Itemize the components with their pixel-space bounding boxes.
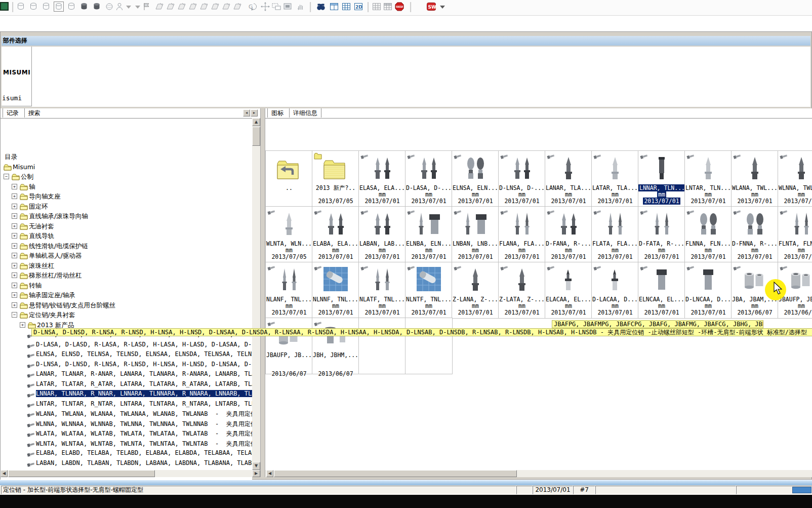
grid-item-part[interactable]: LNTAR, TLN...mm2013/07/01 xyxy=(685,151,732,207)
grid-item-part[interactable]: NLATF, TNL...mm2013/07/01 xyxy=(359,262,405,318)
grid-item-part[interactable]: JBA, JBAM,...mm2013/06/07 xyxy=(732,262,778,318)
grid-item-part[interactable]: D-FNNA, R-...mm2013/07/01 xyxy=(732,207,778,262)
solidworks-icon[interactable]: SW xyxy=(426,2,437,13)
tree-item-part[interactable]: LNNAR, TLNNAR, R_NNAR, LNNARA, TLNNARA, … xyxy=(1,389,252,398)
tree-scroll-down-button[interactable]: ▼ xyxy=(252,462,260,470)
tree-item-folder[interactable]: +梯形丝杠/滑动丝杠 xyxy=(1,271,252,280)
tree-item-part[interactable]: LNTAR, TLNTAR, R_NTAR, LNTARA, TLNTARA, … xyxy=(1,400,252,408)
tree-item-part[interactable]: D-LNSA, D-LNSD, R-LNSA, R-LNSD, H-LNSA, … xyxy=(1,360,252,369)
tree-item-folder[interactable]: +直线导轨 xyxy=(1,231,252,240)
tab-search[interactable]: 搜索 xyxy=(24,108,44,118)
tree-item-part[interactable]: WLANA, TWLANA, WLANAA, TWLANAA, WLANAB, … xyxy=(1,409,252,418)
app-icon[interactable] xyxy=(0,2,11,13)
tree-item-folder[interactable]: Misumi xyxy=(1,163,252,171)
tree-item-part[interactable]: LATAR, TLATAR, R_ATAR, LATARA, TLATARA, … xyxy=(1,380,252,388)
tree-expand-toggle[interactable]: − xyxy=(4,174,9,179)
grid-item-part[interactable]: NLNTF, TNL...mm2013/07/01 xyxy=(405,262,452,318)
window-titlebar[interactable]: 部件选择 xyxy=(2,36,810,46)
grid-item-part[interactable]: D-LACAA, D...mm2013/07/01 xyxy=(592,262,638,318)
grid-view-icon[interactable] xyxy=(341,2,352,13)
tree-item-folder[interactable]: +滚珠丝杠 xyxy=(1,261,252,270)
tree-expand-toggle[interactable]: + xyxy=(20,322,25,328)
tab-details[interactable]: 详细信息 xyxy=(289,108,321,118)
grid-item-part[interactable]: LABAN, LAB...mm2013/07/01 xyxy=(359,207,405,262)
tab-scroll-left-button[interactable]: ◂ xyxy=(243,109,250,116)
tree-expand-toggle[interactable]: + xyxy=(12,272,17,278)
grid-item-part[interactable]: D-FATA, R-...mm2013/07/01 xyxy=(638,207,685,262)
tree-scroll-right-button[interactable]: ▶ xyxy=(252,470,260,477)
grid-item-part[interactable]: JBAUFP, JB...2013/06/07 xyxy=(266,318,312,374)
tree-expand-toggle[interactable]: + xyxy=(12,302,17,308)
tree-item-part[interactable]: D-LASA, D-LASD, R-LASA, R-LASD, H-LASA, … xyxy=(1,340,252,349)
window-layout-icon[interactable] xyxy=(329,2,340,13)
grid-item-part[interactable]: LATAR, TLA...mm2013/07/01 xyxy=(592,151,638,207)
grid-item-part[interactable]: WLNTA, WLN...mm2013/07/05 xyxy=(266,207,312,262)
grid-item-part[interactable]: NLANF, TNL...mm2013/07/01 xyxy=(266,262,312,318)
grid-item-part[interactable]: D-LNSA, D-...mm2013/07/01 xyxy=(499,151,545,207)
tree-expand-toggle[interactable]: + xyxy=(12,263,17,268)
tree-expand-toggle[interactable]: − xyxy=(12,312,17,318)
grid-item-part[interactable]: FLATA, FLA...mm2013/07/01 xyxy=(592,207,638,262)
tree-scroll-up-button[interactable]: ▲ xyxy=(252,118,260,126)
grid-item-part[interactable]: WLANA, TWL...mm2013/07/01 xyxy=(732,151,778,207)
grid-item-part[interactable]: LNBAN, LNB...mm2013/07/01 xyxy=(452,207,499,262)
tree-scroll-left-button[interactable]: ◀ xyxy=(1,470,8,477)
tree-item-part[interactable]: ELABA, ELABD, TELABA, TELABD, ELABAA, EL… xyxy=(1,449,252,457)
grid-item-parent-folder[interactable]: .. xyxy=(266,151,312,207)
grid-item-part[interactable]: D-LNCAA, D...mm2013/07/01 xyxy=(685,262,732,318)
tree-item-folder[interactable]: +固定环 xyxy=(1,202,252,211)
grid-item-part[interactable]: ELNCAA, EL...mm2013/07/01 xyxy=(638,262,685,318)
tree-item-folder[interactable]: −定位销/夹具衬套 xyxy=(1,310,252,319)
grid-item-part[interactable]: ELACAA, EL...mm2013/07/01 xyxy=(545,262,592,318)
tree-item-folder[interactable]: −公制 xyxy=(1,172,252,181)
tree-expand-toggle[interactable]: + xyxy=(12,253,17,258)
grid-item-folder[interactable]: 2013 新产?..2013/07/05 xyxy=(312,151,359,207)
search-binoculars-icon[interactable] xyxy=(316,2,327,13)
tree-vscroll-thumb[interactable] xyxy=(252,127,260,146)
grid-item-part[interactable]: ELNBA, ELN...mm2013/07/01 xyxy=(405,207,452,262)
grid-item-part[interactable]: ELNSA, ELN...mm2013/07/01 xyxy=(452,151,499,207)
tree-item-part[interactable]: WLATA, WLATAA, WLATAB, TWLATA, TWLATAA, … xyxy=(1,429,252,438)
tree-item-part[interactable]: WLNTA, WLNTAA, WLNTAB, TWLNTA, TWLNTAA, … xyxy=(1,439,252,448)
tree-item-folder[interactable]: +导向轴支座 xyxy=(1,192,252,201)
tree-item-part[interactable]: LABAN, LABDN, TLABAN, TLABDN, LABANA, LA… xyxy=(1,459,252,467)
tree-expand-toggle[interactable]: + xyxy=(12,223,17,229)
grid-scroll-left-button[interactable]: ◀ xyxy=(266,470,273,477)
grid-item-part[interactable]: FLNTA, FLN...mm2013/07/01 xyxy=(778,207,812,262)
tree-item-folder[interactable]: +无油衬套 xyxy=(1,222,252,230)
tree-expand-toggle[interactable]: + xyxy=(12,283,17,288)
grid-item-part[interactable]: LANAR, TLA...mm2013/07/01 xyxy=(545,151,592,207)
tree-item-folder[interactable]: +转轴 xyxy=(1,281,252,290)
tree-expand-toggle[interactable]: + xyxy=(12,233,17,239)
grid-item-part[interactable]: ELASA, ELA...mm2013/07/01 xyxy=(359,151,405,207)
tree-expand-toggle[interactable]: + xyxy=(12,243,17,249)
tree-item-folder[interactable]: +线性滑轨/电缆保护链 xyxy=(1,242,252,250)
grid-item-part[interactable]: WLNNA, TWL...mm2013/07/01 xyxy=(778,151,812,207)
grid-item-part[interactable]: ELABA, ELA...mm2013/07/01 xyxy=(312,207,359,262)
grid-item-part[interactable]: D-LASA, D-...mm2013/07/01 xyxy=(405,151,452,207)
grid-item-part[interactable]: FLANA, FLA...mm2013/07/01 xyxy=(499,207,545,262)
grid-item-part[interactable]: NLNNF, TNL...mm2013/07/01 xyxy=(312,262,359,318)
tree-expand-toggle[interactable]: + xyxy=(12,204,17,209)
grid-item-part[interactable]: Z-LANA, Z-...mm2013/07/01 xyxy=(452,262,499,318)
tree-item-part[interactable]: LANAR, TLANAR, R-ANAR, LANARA, TLANARA, … xyxy=(1,370,252,378)
tab-scroll-right-button[interactable]: ▸ xyxy=(251,109,258,116)
tree-item-part[interactable]: ELNSA, ELNSD, TELNSA, TELNSD, ELNSAA, EL… xyxy=(1,350,252,359)
stop-icon[interactable]: STOP xyxy=(394,2,405,13)
grid-item-part[interactable]: JBAUFP, JB...mm2013/06/07 xyxy=(778,262,812,318)
panel-splitter[interactable] xyxy=(260,108,265,477)
tree-expand-toggle[interactable]: + xyxy=(12,184,17,189)
tree-expand-toggle[interactable]: + xyxy=(12,213,17,219)
grid-item-part[interactable]: Z-LATA, Z-...mm2013/07/01 xyxy=(499,262,545,318)
tree-item-folder[interactable]: +轴 xyxy=(1,182,252,191)
tree-item-folder[interactable]: +轴承固定座/轴承 xyxy=(1,291,252,299)
sw-dropdown-icon[interactable] xyxy=(437,2,449,13)
tree-item-folder[interactable]: +悬臂销/铰链销/支点用台阶螺丝 xyxy=(1,301,252,309)
grid-item-part[interactable]: LNNAR, TLN...mm2013/07/01 xyxy=(638,151,685,207)
tab-history[interactable]: 记录 xyxy=(3,108,22,118)
grid-hscroll-thumb[interactable] xyxy=(274,470,517,477)
grid-item-part[interactable]: FLNNA, FLN...mm2013/07/01 xyxy=(685,207,732,262)
tree-hscroll-thumb[interactable] xyxy=(8,470,155,477)
tree-item-folder[interactable]: +直线轴承/滚珠导向轴 xyxy=(1,212,252,220)
tree-vertical-scrollbar[interactable] xyxy=(252,118,260,470)
